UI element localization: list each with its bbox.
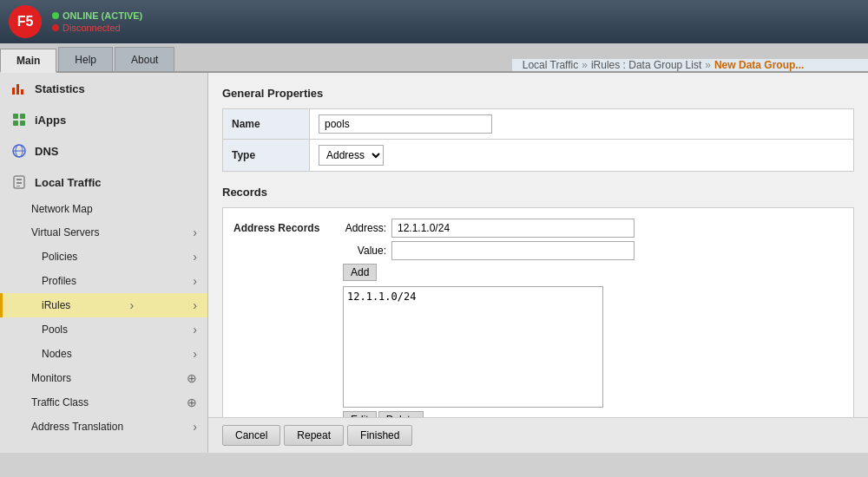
sidebar-item-irules[interactable]: iRules › [0,293,207,317]
iapps-label: iApps [35,114,66,127]
svg-rect-1 [16,84,19,95]
type-row: Type Address Integer String [223,140,854,172]
svg-rect-11 [16,179,22,180]
content-area: General Properties Name Type Address Int… [208,73,868,453]
sidebar-item-nodes[interactable]: Nodes [0,342,207,366]
general-properties-table: Name Type Address Integer String [222,108,854,172]
statistics-label: Statistics [35,82,85,95]
dns-label: DNS [35,145,58,158]
name-row: Name [223,109,854,140]
sidebar-section-dns[interactable]: DNS [0,135,207,167]
f5-logo: F5 [9,5,42,38]
records-label: Address Records [233,219,329,417]
svg-rect-12 [16,182,22,184]
local-traffic-label: Local Traffic [35,176,102,189]
sidebar-item-virtual-servers[interactable]: Virtual Servers [0,220,207,245]
records-inner: Address Records Address: Value: Add 12.1… [233,219,843,417]
status-block: ONLINE (ACTIVE) Disconnected [52,10,142,33]
address-row: Address: [343,219,843,238]
finished-button[interactable]: Finished [347,425,412,446]
svg-rect-0 [12,88,15,95]
status-online: ONLINE (ACTIVE) [52,10,142,21]
svg-rect-6 [20,121,25,126]
general-properties-title: General Properties [222,87,854,100]
sidebar-item-network-map[interactable]: Network Map [0,198,207,220]
disc-dot [52,24,59,31]
svg-rect-13 [16,186,20,186]
header: F5 ONLINE (ACTIVE) Disconnected [0,0,868,43]
cancel-button[interactable]: Cancel [222,425,280,446]
address-records-textarea[interactable]: 12.1.1.0/24 [343,286,603,408]
add-button[interactable]: Add [343,264,377,281]
sidebar-item-monitors[interactable]: Monitors ⊕ [0,366,207,390]
records-section: Address Records Address: Value: Add 12.1… [222,207,854,417]
tab-about[interactable]: About [115,47,174,71]
sidebar-item-profiles[interactable]: Profiles [0,269,207,293]
delete-button[interactable]: Delete [378,411,424,417]
records-form: Address: Value: Add 12.1.1.0/24 Edit Del… [343,219,843,417]
main-layout: Statistics iApps DNS Local Traffic Netwo… [0,73,868,453]
status-disconnected: Disconnected [52,23,142,33]
type-select[interactable]: Address Integer String [319,145,384,166]
sidebar-item-policies[interactable]: Policies [0,245,207,269]
breadcrumb: Local Traffic » iRules : Data Group List… [512,59,868,71]
content: General Properties Name Type Address Int… [208,73,868,417]
traffic-icon [10,173,28,191]
crumb-irules-list[interactable]: iRules : Data Group List [591,59,701,71]
crumb-local-traffic[interactable]: Local Traffic [523,59,578,71]
sidebar-item-traffic-class[interactable]: Traffic Class ⊕ [0,390,207,415]
sidebar-item-pools[interactable]: Pools [0,317,207,342]
sidebar-item-address-translation[interactable]: Address Translation [0,415,207,439]
type-label: Type [223,140,310,172]
address-input[interactable] [391,219,635,238]
edit-button[interactable]: Edit [343,411,377,417]
name-label: Name [223,109,310,140]
crumb-current: New Data Group... [714,59,804,71]
sidebar: Statistics iApps DNS Local Traffic Netwo… [0,73,208,453]
tab-main[interactable]: Main [0,49,56,73]
repeat-button[interactable]: Repeat [284,425,344,446]
dns-icon [10,142,28,160]
sidebar-section-statistics[interactable]: Statistics [0,73,207,104]
svg-rect-5 [13,121,18,126]
chart-icon [10,80,28,97]
sidebar-section-local-traffic[interactable]: Local Traffic [0,167,207,198]
svg-rect-3 [13,114,18,119]
tab-help[interactable]: Help [58,47,113,71]
svg-rect-2 [21,89,23,95]
value-row: Value: [343,241,843,260]
value-label: Value: [343,245,386,257]
iapps-icon [10,111,28,128]
edit-delete-row: Edit Delete [343,411,843,417]
nav-tabs: Main Help About Local Traffic » iRules :… [0,43,868,73]
value-input[interactable] [391,241,635,260]
svg-rect-4 [20,114,25,119]
online-dot [52,12,59,19]
address-label: Address: [343,222,386,234]
name-input[interactable] [319,114,492,134]
sidebar-section-iapps[interactable]: iApps [0,104,207,135]
bottom-buttons: Cancel Repeat Finished [208,417,868,453]
records-title: Records [222,186,854,199]
